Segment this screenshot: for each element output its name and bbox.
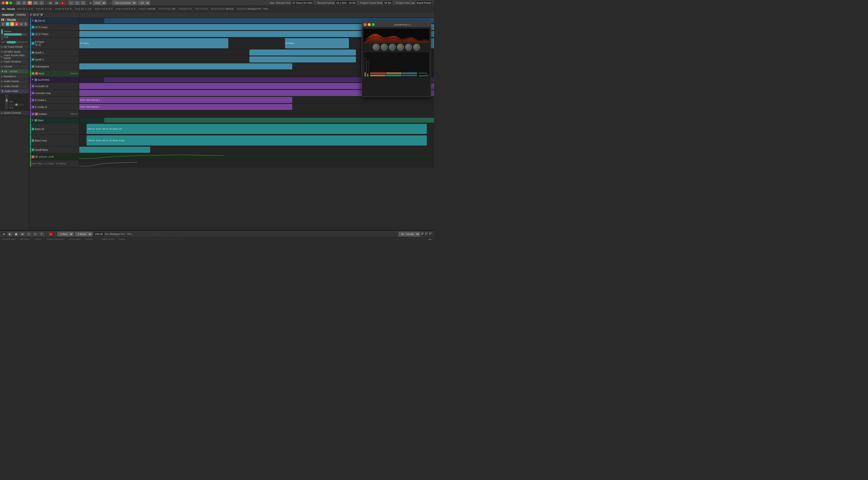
maximize-btn[interactable] bbox=[9, 1, 12, 4]
piano-mute[interactable]: M bbox=[35, 33, 38, 36]
epiano-mute[interactable]: M bbox=[35, 43, 38, 46]
snap-select[interactable]: Grid bbox=[93, 1, 106, 5]
acoustic-di-color bbox=[30, 83, 31, 89]
editor-bars-select[interactable]: 4 Bars bbox=[57, 232, 74, 236]
volume-fader[interactable] bbox=[1, 30, 3, 34]
mode-r-btn[interactable]: R bbox=[28, 1, 32, 5]
plugin-knob-1[interactable] bbox=[373, 44, 380, 51]
eraser-tool[interactable]: ◻ bbox=[81, 1, 86, 5]
midi-inputs-header[interactable]: ▷All MIDI Inputs bbox=[0, 50, 29, 54]
record-btn[interactable]: ● bbox=[60, 1, 65, 5]
small-bass-content[interactable] bbox=[79, 147, 434, 153]
insp-write-btn[interactable]: W bbox=[10, 22, 14, 26]
bass-collapse[interactable]: ▼ bbox=[32, 119, 34, 122]
plugin-knob-5[interactable] bbox=[405, 44, 412, 51]
plugin-brand: steinberg bbox=[418, 72, 429, 74]
epiano-name: E Piano bbox=[35, 40, 78, 43]
add-track-btn[interactable]: + bbox=[30, 13, 33, 17]
inspector-tab[interactable]: Inspector bbox=[1, 13, 16, 17]
track-preset-header[interactable]: ▷No Track Preset bbox=[0, 44, 29, 49]
close-btn[interactable] bbox=[2, 1, 5, 4]
selected-track-header[interactable]: ▼06 - Vocals bbox=[0, 69, 29, 74]
select-tool[interactable]: ↖ bbox=[69, 1, 74, 5]
keys-group-collapse[interactable]: ▼ bbox=[32, 20, 34, 22]
guitars-sub-content[interactable] bbox=[79, 110, 434, 117]
insp-keys-rec[interactable]: R bbox=[35, 72, 38, 75]
quantize-value-select[interactable]: 1/8 bbox=[138, 1, 150, 5]
minimize-btn[interactable] bbox=[5, 1, 8, 4]
plugin-close-btn[interactable] bbox=[364, 23, 367, 26]
vocals-mute2[interactable]: M bbox=[35, 155, 38, 158]
visibility-tab[interactable]: Visibility bbox=[16, 13, 27, 17]
bass-group-row: ▼ G Bass bbox=[29, 118, 434, 123]
quick-controls-header[interactable]: ▷Quick Controls bbox=[0, 110, 29, 115]
audio-sends-header[interactable]: ▷Audio Sends bbox=[0, 84, 29, 89]
piano-solo[interactable]: S bbox=[38, 33, 41, 36]
editor-stop-btn[interactable]: ◼ bbox=[13, 232, 19, 236]
editor-settings-btn[interactable]: ⚙ bbox=[421, 233, 424, 235]
pan-value: C bbox=[26, 41, 28, 43]
editor-track-select[interactable]: 06 - Vocals bbox=[398, 232, 420, 236]
meter-red-1 bbox=[370, 72, 386, 74]
bass-amp-content[interactable]: HALion Sonic SE 01-02 (Bass Amp) bbox=[79, 135, 434, 146]
mode-w-btn[interactable]: W bbox=[33, 1, 38, 5]
mode-a-btn[interactable]: A bbox=[39, 1, 44, 5]
bass-di-content[interactable]: HALion Sonic SE 01-02 (Bass DI) bbox=[79, 123, 434, 134]
pan-slider[interactable] bbox=[7, 41, 25, 43]
pencil-tool[interactable]: ✏ bbox=[75, 1, 80, 5]
editor-split-btn[interactable]: ✂ bbox=[39, 232, 44, 236]
keys-solo[interactable]: S bbox=[38, 26, 41, 29]
editor-zoom-out[interactable]: - bbox=[429, 233, 432, 235]
track-search-btn[interactable]: 🔍 bbox=[40, 13, 43, 17]
pan-knob[interactable] bbox=[16, 104, 18, 106]
plugin-knob-4[interactable] bbox=[397, 44, 404, 51]
fast-fwd-btn[interactable]: ⏭ bbox=[54, 1, 60, 5]
audio-sends-section: ▷Audio Sends bbox=[0, 84, 29, 89]
audio-fader-thumb[interactable] bbox=[6, 99, 7, 102]
plugin-knob-6[interactable] bbox=[413, 44, 420, 51]
insp-edit-btn[interactable]: E bbox=[1, 22, 5, 26]
track-versions-header[interactable]: ▷Track Versions bbox=[0, 59, 29, 64]
egr-content[interactable]: Error 394 Melody 1 bbox=[79, 104, 434, 110]
chords-header[interactable]: ▷Chords bbox=[0, 64, 29, 69]
retrospective-header[interactable]: ▷Track Preset MIDI Inputs bbox=[0, 54, 29, 59]
plugin-min-btn[interactable] bbox=[368, 23, 371, 26]
mode-s-btn[interactable]: S bbox=[22, 1, 27, 5]
egl-content[interactable]: Error 394 Melody 1 bbox=[79, 97, 434, 103]
insp-mute-btn[interactable]: M bbox=[19, 22, 23, 26]
audio-fader-header[interactable]: ▼Audio Fader bbox=[0, 89, 29, 93]
insp-read-btn[interactable]: R bbox=[6, 22, 10, 26]
editor-tools-btn[interactable]: ↖ bbox=[26, 232, 32, 236]
track-view-btn[interactable]: ≡ bbox=[37, 13, 40, 17]
plugin-knob-3[interactable] bbox=[389, 44, 396, 51]
equalizers-header[interactable]: ▷Equalizers bbox=[0, 74, 29, 79]
track-count-btn[interactable]: 91/60 bbox=[34, 13, 36, 17]
keys-mute[interactable]: M bbox=[35, 26, 38, 29]
input-filter-content[interactable] bbox=[79, 160, 434, 167]
egl-name: E Guitar L bbox=[35, 99, 78, 101]
audio-inserts-header[interactable]: ▷Audio Inserts bbox=[0, 79, 29, 84]
volume-slider[interactable] bbox=[4, 33, 28, 36]
vocals-vol-content[interactable] bbox=[79, 153, 434, 160]
insp-solo-btn[interactable]: S bbox=[24, 22, 28, 26]
epiano-solo[interactable]: S bbox=[38, 43, 41, 46]
editor-settings-icon[interactable]: ⚙ bbox=[429, 239, 432, 240]
plugin-max-btn[interactable] bbox=[372, 23, 375, 26]
insp-record-btn[interactable]: ● bbox=[15, 22, 19, 26]
quantize-select[interactable]: Use Quantize bbox=[112, 1, 137, 5]
track-row-egl: A E Guitar L Error 394 Melody 1 bbox=[29, 97, 434, 104]
editor-beats-select[interactable]: 0 Beats bbox=[75, 232, 93, 236]
editor-play-btn[interactable]: ▶ bbox=[7, 232, 12, 236]
editor-icon[interactable]: ⊕ bbox=[2, 232, 6, 236]
editor-zoom-in[interactable]: + bbox=[425, 233, 428, 235]
vocals-rec2[interactable]: R bbox=[32, 155, 34, 158]
editor-pencil-btn[interactable]: ✏ bbox=[33, 232, 38, 236]
mode-m-btn[interactable]: M bbox=[16, 1, 21, 5]
editor-rewind-btn[interactable]: ⏮ bbox=[20, 232, 25, 236]
guitars-collapse[interactable]: ▼ bbox=[32, 78, 34, 81]
plugin-knob-2[interactable] bbox=[381, 44, 388, 51]
editor-record-btn[interactable]: ● bbox=[49, 232, 53, 236]
guitars-rec[interactable]: R bbox=[35, 113, 38, 116]
keys-track-icon: A bbox=[32, 26, 34, 29]
rewind-btn[interactable]: ⏮ bbox=[48, 1, 53, 5]
